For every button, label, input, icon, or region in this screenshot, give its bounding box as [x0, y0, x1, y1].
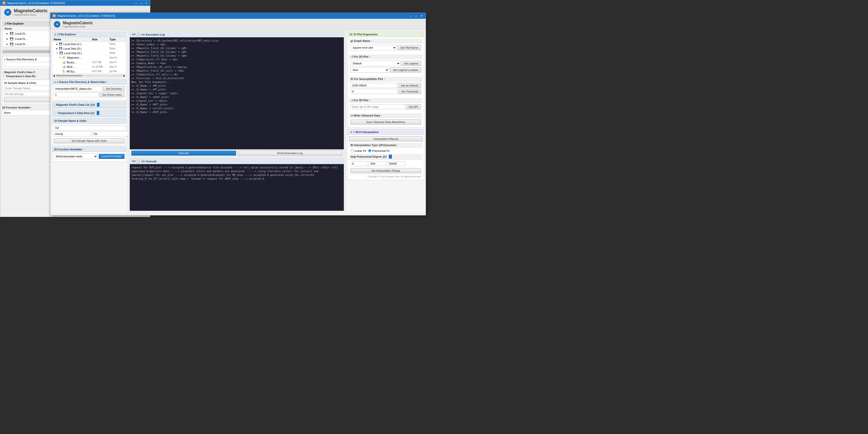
- file-label-mce: MCE ...: [67, 65, 76, 68]
- linear-fit-text: Linear Fit: [354, 149, 366, 152]
- left-panel: :/ :/ File Explorer Name Size Type ▶ 💾 L…: [50, 30, 128, 213]
- magnetic-field-header: ↓ Magnetic Field's Data Col @A: [52, 102, 126, 108]
- legend-loc-select[interactable]: best upper right: [350, 67, 389, 73]
- susceptibility-val2-input[interactable]: [350, 89, 397, 94]
- function-select[interactable]: M(H)interpolate+write None: [54, 154, 98, 159]
- set-legend-btn[interactable]: Set Legend: [401, 61, 421, 66]
- right-panel: G/ G/ Plot Arguments g/ Graph Name ↑ squ…: [345, 30, 426, 213]
- poly-fit-radio[interactable]: [368, 149, 371, 152]
- write-data-body: Save Obtained Data Allow/Deny: [349, 118, 423, 126]
- set-sample-btn[interactable]: Set Sample Name with Units: [54, 138, 125, 143]
- main-maximize-btn[interactable]: □: [414, 13, 418, 18]
- linear-fit-radio[interactable]: [350, 149, 354, 152]
- interpolation-range-body: Set Interpolation Range: [349, 160, 423, 175]
- range-val2-input[interactable]: [369, 161, 386, 166]
- sample-body: Set Sample Name with Units: [52, 124, 126, 145]
- file-row-local-c[interactable]: ▶ 💾 Local Disk (C:) Drive: [52, 42, 126, 46]
- set-plot-name-btn[interactable]: Set Plot Name: [398, 45, 421, 50]
- susceptibility-header: X/ For Susceptibility Plot ↑: [349, 77, 423, 82]
- launch-function-btn[interactable]: Launch Function: [99, 154, 125, 159]
- poly-degree-indicator: [389, 155, 392, 159]
- bg-app-icon: M: [2, 1, 6, 5]
- poly-fit-label[interactable]: Polynomial Fit: [368, 149, 390, 152]
- bg-drive-icon-1: 💾: [10, 32, 13, 35]
- bg-arrow-3: ▶: [6, 43, 8, 45]
- file-row-local-e[interactable]: ▼ 💾 Local Disk (E:) Drive: [52, 51, 126, 55]
- interpolation-manual-btn[interactable]: Interpolation Manual: [349, 136, 423, 141]
- bg-window-controls: — □ ✕: [134, 1, 148, 5]
- linear-fit-label[interactable]: Linear Fit: [350, 149, 366, 152]
- bg-close-btn[interactable]: ✕: [144, 1, 148, 5]
- magnetic-field-indicator: [97, 103, 99, 107]
- file-list: ▶ 💾 Local Disk (C:) Drive ▶ 💾 Local Disk…: [52, 42, 126, 74]
- susceptibility-body: Set as Default Set Threshold: [349, 82, 423, 96]
- execution-log-body[interactable]: >> /Directory/ = <D:/python/MCE calculat…: [130, 37, 344, 149]
- range-val3-input[interactable]: [388, 161, 405, 166]
- file-row-magnetoc[interactable]: ▼ 📂 Magnetoc... File Fo: [52, 55, 126, 60]
- bg-app-sub: magnetocaloric.mcepy: [14, 13, 48, 16]
- sample-name-input[interactable]: [54, 125, 125, 130]
- main-window-title: MagnetoCaloric_v0.3.0 [Compiled: 27/09/2…: [57, 14, 407, 17]
- scroll-right-btn[interactable]: ▶: [123, 74, 125, 77]
- file-size-mce: 21.19 KiB: [92, 65, 110, 68]
- main-app-logo: M: [54, 21, 60, 28]
- dpi-input[interactable]: [350, 104, 405, 109]
- set-dpi-btn[interactable]: Set DPI: [406, 104, 421, 109]
- exec-log-icon: </> 📋: [132, 33, 140, 36]
- sample-unit2-input[interactable]: [92, 131, 128, 136]
- temperature-title: → Temperature's Data Row @1: [54, 112, 95, 115]
- file-row-local-d[interactable]: ▶ 💾 Local Disk (D:) Drive: [52, 46, 126, 51]
- arrow-d: ▶: [56, 48, 58, 50]
- file-row-mce[interactable]: 📊 MCE ... 21.19 KiB xlsx Fi: [52, 65, 126, 69]
- save-obtained-data-btn[interactable]: Save Obtained Data Allow/Deny: [350, 120, 421, 125]
- middle-panel: </> 📋 </> Execution Log >> /Directory/ =…: [128, 30, 345, 213]
- set-sheet-index-btn[interactable]: Set Sheet Index: [99, 92, 125, 97]
- console-header: </> 📋 </> Console: [130, 159, 344, 164]
- main-minimize-btn[interactable]: —: [408, 13, 413, 18]
- main-app-sub: magnetocaloric.mcepy: [63, 25, 93, 28]
- plot-args-title: G/ Plot Arguments: [353, 33, 378, 36]
- bg-titlebar: M MagnetoCaloric_v0.3.0 [Compiled: 27/09…: [0, 0, 150, 6]
- copyright-text: Copyright © 2023 Supratim Das. All Right…: [349, 175, 423, 178]
- sheet-index-input[interactable]: [54, 92, 98, 97]
- bg-minimize-btn[interactable]: —: [134, 1, 138, 5]
- susceptibility-val1-input[interactable]: [350, 83, 397, 88]
- set-default-btn[interactable]: Set as Default: [398, 83, 421, 88]
- plot-args-header: G/ G/ Plot Arguments: [347, 32, 424, 37]
- range-val1-input[interactable]: [350, 161, 368, 166]
- file-label-book1: Book1...: [67, 61, 77, 64]
- drive-icon-d: 💾: [59, 47, 62, 50]
- plot-args-icon: G/: [349, 33, 352, 36]
- directory-input[interactable]: [54, 86, 102, 91]
- file-row-book1[interactable]: 📊 Book1... 6.37 KiB xlsx Fi: [52, 60, 126, 65]
- set-legend-loc-btn[interactable]: Set Legend Location: [390, 67, 421, 72]
- main-app-icon: M: [52, 14, 56, 18]
- console-icon: </> 📋: [132, 160, 140, 163]
- legend-select[interactable]: Default Custom: [350, 61, 400, 66]
- bg-maximize-btn[interactable]: □: [139, 1, 143, 5]
- graph-name-select[interactable]: square error plot MH_plot: [350, 45, 397, 50]
- file-type-e: Drive: [110, 52, 125, 54]
- source-file-title: ≡ Source File Directory & Sheet Index ↑: [57, 81, 108, 84]
- sample-unit1-input[interactable]: [54, 131, 91, 136]
- scroll-left-btn[interactable]: ◀: [53, 74, 55, 77]
- file-label-magnetoc: Magnetoc...: [67, 56, 82, 59]
- console-body[interactable]: request for RCP_plot ----> accepted & ge…: [130, 164, 344, 211]
- set-threshold-btn[interactable]: Set Threshold: [398, 89, 421, 94]
- temperature-panel: → Temperature's Data Row @1: [52, 110, 126, 117]
- set-directory-btn[interactable]: Set Directory: [103, 86, 125, 91]
- file-size-book1: 6.37 KiB: [92, 61, 110, 64]
- for-3d-title: ○/ For 3D Plot ↑: [350, 99, 371, 102]
- file-row-mcep[interactable]: 🐍 MCEp... 6.07 KiB py File: [52, 69, 126, 74]
- arrow-e: ▼: [56, 52, 58, 54]
- main-close-btn[interactable]: ✕: [419, 13, 424, 18]
- legend-row: Default Custom Set Legend: [350, 61, 421, 66]
- set-interpolation-range-btn[interactable]: Set Interpolation Range: [350, 168, 421, 173]
- main-app-name: MagnetoCaloric: [63, 21, 93, 25]
- directory-row: Set Directory: [54, 86, 125, 91]
- reset-execution-log-btn[interactable]: Reset Execution Log: [238, 151, 342, 156]
- mh-interpolation-header: ~/ ~/ M-H Interpolation: [347, 129, 424, 135]
- xlsx-icon-mce: 📊: [62, 65, 66, 68]
- susceptibility-section: X/ For Susceptibility Plot ↑ Set as Defa…: [347, 77, 424, 98]
- execute-btn[interactable]: Execute: [131, 151, 236, 156]
